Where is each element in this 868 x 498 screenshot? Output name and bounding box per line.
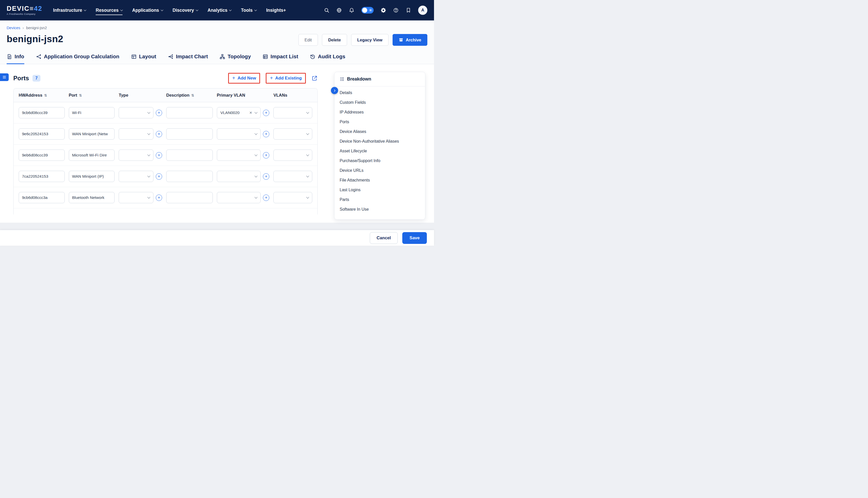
search-icon[interactable]	[324, 8, 329, 13]
clear-icon[interactable]: ✕	[249, 111, 252, 115]
add-vlan-button[interactable]: +	[263, 110, 269, 116]
add-type-button[interactable]: +	[156, 152, 162, 158]
nav-item-discovery[interactable]: Discovery	[173, 8, 198, 15]
breakdown-item-ip-addresses[interactable]: IP Addresses	[335, 107, 425, 117]
add-type-button[interactable]: +	[156, 173, 162, 180]
legacy-view-button[interactable]: Legacy View	[351, 34, 389, 46]
tab-info[interactable]: Info	[7, 53, 24, 64]
description-input[interactable]	[166, 192, 213, 203]
description-input[interactable]	[166, 107, 213, 118]
vlans-select[interactable]	[273, 192, 312, 203]
table-row: ++	[14, 123, 318, 145]
breakdown-item-details[interactable]: Details	[335, 88, 425, 98]
archive-button[interactable]: Archive	[392, 34, 427, 46]
add-type-button[interactable]: +	[156, 195, 162, 201]
help-icon[interactable]	[393, 8, 399, 13]
vlans-select[interactable]	[273, 149, 312, 161]
breakdown-item-purchase-support-info[interactable]: Purchase/Support Info	[335, 156, 425, 166]
add-vlan-button[interactable]: +	[263, 173, 269, 180]
tab-topology[interactable]: Topology	[220, 53, 251, 64]
edit-button[interactable]: Edit	[298, 34, 318, 46]
primary-vlan-select[interactable]	[217, 171, 261, 182]
add-vlan-button[interactable]: +	[263, 152, 269, 158]
breakdown-item-parts[interactable]: Parts	[335, 195, 425, 205]
gear-icon[interactable]	[380, 8, 386, 13]
breakdown-item-custom-fields[interactable]: Custom Fields	[335, 98, 425, 107]
breadcrumb-devices-link[interactable]: Devices	[7, 26, 20, 30]
breakdown-item-asset-lifecycle[interactable]: Asset Lifecycle	[335, 146, 425, 156]
nav-item-insights[interactable]: Insights+	[266, 8, 286, 15]
add-vlan-button[interactable]: +	[263, 195, 269, 201]
ports-section-title: Ports	[13, 75, 29, 82]
vlans-select[interactable]	[273, 171, 312, 182]
add-type-button[interactable]: +	[156, 110, 162, 116]
tab-impact-chart[interactable]: Impact Chart	[168, 53, 208, 64]
breakdown-item-file-attachments[interactable]: File Attachments	[335, 175, 425, 185]
hwaddress-input[interactable]	[19, 107, 65, 118]
column-header-description[interactable]: Description⇅	[166, 93, 213, 98]
nav-item-analytics[interactable]: Analytics	[208, 8, 231, 15]
port-input[interactable]	[69, 171, 115, 182]
breakdown-item-software-in-use[interactable]: Software In Use	[335, 205, 425, 214]
port-input[interactable]	[69, 149, 115, 161]
type-cell: +	[119, 171, 162, 182]
save-button[interactable]: Save	[402, 232, 427, 244]
hwaddress-input[interactable]	[19, 149, 65, 161]
cancel-button[interactable]: Cancel	[370, 232, 398, 244]
tab-layout[interactable]: Layout	[131, 53, 156, 64]
description-input[interactable]	[166, 128, 213, 140]
type-select[interactable]	[119, 149, 153, 161]
nav-item-applications[interactable]: Applications	[132, 8, 163, 15]
column-header-hwaddress[interactable]: HWAddress⇅	[19, 93, 65, 98]
tab-label: Info	[15, 53, 24, 60]
description-input[interactable]	[166, 171, 213, 182]
device42-logo[interactable]: DEVIC≡42 A Freshworks Company	[7, 5, 42, 15]
port-input[interactable]	[69, 107, 115, 118]
hwaddress-input[interactable]	[19, 192, 65, 203]
tab-audit-logs[interactable]: Audit Logs	[310, 53, 345, 64]
add-type-button[interactable]: +	[156, 131, 162, 137]
side-panel-toggle[interactable]	[0, 74, 9, 81]
breakdown-item-ports[interactable]: Ports	[335, 117, 425, 127]
vlans-select[interactable]	[273, 128, 312, 140]
add-vlan-button[interactable]: +	[263, 131, 269, 137]
globe-icon[interactable]	[336, 8, 342, 13]
nav-item-tools[interactable]: Tools	[241, 8, 256, 15]
breakdown-item-device-non-authoritative-aliases[interactable]: Device Non-Authoritative Aliases	[335, 136, 425, 146]
vlans-select[interactable]	[273, 107, 312, 118]
primary-vlan-select[interactable]: VLAN0020✕	[217, 107, 261, 118]
tab-application-group-calculation[interactable]: Application Group Calculation	[36, 53, 119, 64]
hwaddress-cell	[19, 149, 65, 161]
chevron-down-icon	[255, 111, 258, 114]
breakdown-collapse-button[interactable]	[331, 87, 338, 94]
column-header-port[interactable]: Port⇅	[69, 93, 115, 98]
hwaddress-input[interactable]	[19, 128, 65, 140]
type-select[interactable]	[119, 107, 153, 118]
primary-vlan-select[interactable]	[217, 192, 261, 203]
impact-list-icon	[263, 54, 268, 59]
chevron-down-icon	[255, 153, 258, 156]
type-select[interactable]	[119, 171, 153, 182]
nav-item-resources[interactable]: Resources	[96, 8, 122, 15]
nav-item-infrastructure[interactable]: Infrastructure	[53, 8, 86, 15]
description-input[interactable]	[166, 149, 213, 161]
add-existing-button[interactable]: + Add Existing	[268, 75, 303, 82]
port-input[interactable]	[69, 128, 115, 140]
breakdown-item-device-aliases[interactable]: Device Aliases	[335, 127, 425, 136]
breakdown-item-last-logins[interactable]: Last Logins	[335, 185, 425, 195]
avatar[interactable]: A	[418, 5, 427, 15]
bell-icon[interactable]	[349, 8, 354, 13]
theme-toggle[interactable]	[361, 7, 374, 14]
tab-impact-list[interactable]: Impact List	[263, 53, 298, 64]
primary-vlan-select[interactable]	[217, 128, 261, 140]
type-select[interactable]	[119, 128, 153, 140]
external-link-icon[interactable]	[311, 75, 318, 81]
primary-vlan-select[interactable]	[217, 149, 261, 161]
breakdown-item-device-urls[interactable]: Device URLs	[335, 166, 425, 175]
add-new-button[interactable]: + Add New	[231, 75, 258, 82]
delete-button[interactable]: Delete	[322, 34, 347, 46]
bookmark-icon[interactable]	[406, 8, 411, 13]
type-select[interactable]	[119, 192, 153, 203]
hwaddress-input[interactable]	[19, 171, 65, 182]
port-input[interactable]	[69, 192, 115, 203]
